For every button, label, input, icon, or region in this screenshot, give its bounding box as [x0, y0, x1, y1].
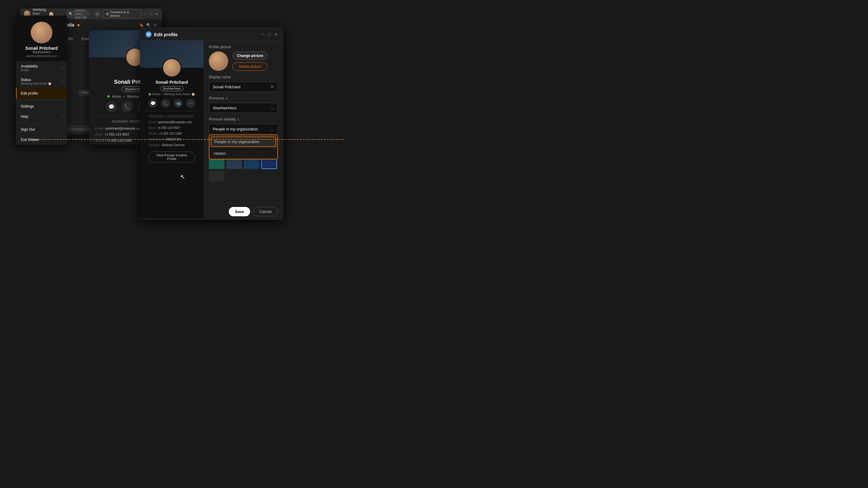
pronoun-visibility-label: Pronoun visibility	[209, 117, 236, 121]
email-val: spritchard@example.com	[158, 121, 192, 124]
swatch-blue[interactable]	[244, 158, 259, 169]
edit-profile-dialog: W Edit profile ─ □ ✕ Sonali Pritchard Sh…	[140, 27, 283, 220]
dialog-maximize-icon[interactable]: □	[268, 32, 271, 37]
dialog-left-footer: View People Insights Profile	[144, 148, 199, 166]
email-lbl: Email:	[149, 121, 158, 124]
search-channel-icon[interactable]: 🔍	[146, 23, 151, 27]
role-label-left: DESIGNER, USER EXPERIENCE	[149, 115, 195, 118]
left-divider	[144, 111, 199, 111]
settings-icon[interactable]: ⚙	[153, 23, 157, 27]
sign-out-menu-item[interactable]: Sign Out	[16, 124, 67, 135]
display-name-field[interactable]: Sonali Pritchard ✕	[209, 82, 278, 92]
clear-display-name-icon[interactable]: ✕	[270, 84, 274, 89]
chat-action-icon[interactable]: 💬	[106, 101, 117, 112]
status-chevron-icon: ›	[62, 79, 63, 84]
window-controls[interactable]: ─ □ ✕	[144, 12, 158, 16]
pronoun-visibility-dropdown: People in my organization Hidden	[209, 135, 278, 159]
swatch-dark-blue[interactable]	[226, 158, 242, 169]
profile-email: spritchard@example.com	[26, 55, 57, 58]
menu-divider-1	[16, 100, 67, 100]
swatch-teal[interactable]	[209, 158, 224, 169]
dialog-banner	[140, 41, 204, 68]
left-call-icon[interactable]: 📞	[161, 99, 170, 108]
save-button[interactable]: Save	[229, 207, 250, 216]
dialog-minimize-icon[interactable]: ─	[261, 32, 265, 37]
exit-webex-menu-item[interactable]: Exit Webex	[16, 135, 67, 145]
channel-star-icon: ★	[76, 23, 81, 27]
display-name-value: Sonali Pritchard	[213, 85, 241, 89]
pronouns-chevron-icon: ⌄	[270, 105, 274, 110]
pronouns-label: Pronouns	[209, 96, 224, 100]
search-placeholder: Search, meet, and call	[75, 8, 86, 19]
pronoun-visibility-info-icon[interactable]: ℹ	[238, 118, 239, 121]
availability-chevron-icon: ›	[62, 66, 63, 70]
dept-value: 555024101	[114, 144, 131, 144]
help-menu-item[interactable]: Help ›	[16, 111, 67, 122]
view-insights-btn-2[interactable]: View People Insights Profile	[149, 152, 195, 162]
people-status: Active	[112, 95, 121, 98]
maximize-icon[interactable]: □	[150, 12, 152, 16]
edit-profile-menu-item[interactable]: Edit profile	[16, 88, 67, 98]
dropdown-option-org[interactable]: People in my organization	[211, 136, 276, 147]
sign-out-label: Sign Out	[21, 127, 35, 132]
mobile-val: +1 555 123 1200	[159, 132, 182, 135]
status-label: Status	[21, 78, 52, 82]
left-status-text: Active	[152, 93, 160, 96]
left-chat-icon[interactable]: 💬	[148, 99, 157, 108]
settings-menu-item[interactable]: Settings	[16, 101, 67, 111]
dialog-body: Sonali Pritchard She/Her/Hers Active • W…	[140, 41, 283, 218]
profile-avatar	[31, 22, 53, 43]
change-picture-button[interactable]: Change picture	[232, 52, 268, 60]
profile-pronouns: She/Her/Hers	[33, 51, 51, 54]
dialog-controls[interactable]: ─ □ ✕	[261, 32, 278, 37]
delete-picture-button[interactable]: Delete picture	[232, 62, 268, 71]
status-dot-left	[149, 93, 151, 96]
call-action-icon[interactable]: 📞	[122, 101, 133, 112]
pronoun-visibility-value: People in my organization	[213, 127, 258, 131]
connect-btn-label: Connect to a device	[110, 10, 138, 18]
availability-value: Active	[21, 68, 38, 72]
cancel-button[interactable]: Cancel	[253, 207, 278, 216]
left-video-icon[interactable]: 📹	[174, 99, 183, 108]
menu-divider-2	[16, 123, 67, 123]
left-working-text: Working from home	[164, 93, 190, 96]
pronouns-info-icon[interactable]: ℹ	[226, 96, 227, 100]
dialog-left-info: Sonali Pritchard She/Her/Hers Active • W…	[140, 68, 204, 170]
dialog-footer: Save Cancel	[204, 203, 283, 220]
bookmark-icon[interactable]: 🔖	[139, 23, 144, 27]
work-val: +1 555 123 4567	[157, 126, 180, 130]
connect-device-button[interactable]: 🖥 Connect to a device	[103, 9, 141, 19]
swatch-navy[interactable]	[261, 158, 277, 169]
profile-card-header: Sonali Pritchard She/Her/Hers spritchard…	[16, 16, 67, 61]
mgr-val: Barbara German	[162, 143, 184, 147]
status-dot-icon	[107, 95, 110, 98]
pp-avatar	[209, 52, 228, 71]
status-emoji: 🏠	[48, 82, 52, 85]
status-value: Working from home 🏠	[21, 82, 52, 85]
minimize-icon[interactable]: ─	[144, 12, 147, 16]
help-chevron-icon: ›	[62, 115, 63, 119]
add-button[interactable]: +	[94, 10, 101, 17]
pronoun-visibility-select[interactable]: People in my organization ⌄	[209, 124, 278, 134]
pp-buttons: Change picture Delete picture	[232, 52, 268, 71]
dialog-close-icon[interactable]: ✕	[274, 32, 278, 37]
dialog-left-actions: 💬 📞 📹 ⋯	[144, 99, 199, 108]
dept-label: Department:	[95, 144, 114, 144]
color-swatches	[209, 158, 278, 182]
settings-label: Settings	[21, 104, 34, 108]
pronouns-select[interactable]: She/Her/Hers ⌄	[209, 103, 278, 113]
search-icon: 🔍	[69, 12, 73, 16]
dialog-right-panel: Profile picture Change picture Delete pi…	[204, 41, 283, 218]
status-menu-item[interactable]: Status Working from home 🏠 ›	[16, 75, 67, 88]
search-bar[interactable]: 🔍 Search, meet, and call	[66, 10, 89, 18]
left-more-icon[interactable]: ⋯	[186, 99, 195, 108]
swatch-dark[interactable]	[209, 171, 224, 182]
people-separator: •	[124, 95, 125, 98]
pronoun-visibility-chevron-icon: ⌄	[270, 127, 274, 131]
availability-menu-item[interactable]: Availability Active ›	[16, 61, 67, 75]
email-label: Email:	[95, 127, 105, 130]
close-icon[interactable]: ✕	[155, 12, 158, 16]
profile-picture-area: Change picture Delete picture	[209, 52, 278, 71]
dropdown-option-hidden[interactable]: Hidden	[210, 148, 277, 159]
dialog-left-name: Sonali Pritchard	[144, 80, 199, 85]
